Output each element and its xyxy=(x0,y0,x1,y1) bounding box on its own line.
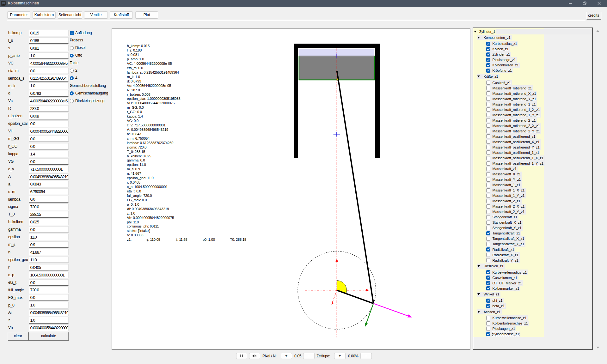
svg-text:T_0: 288.15: T_0: 288.15 xyxy=(127,150,145,154)
svg-text:sigma: 720.0: sigma: 720.0 xyxy=(127,145,147,149)
svg-text:z1:: z1: xyxy=(127,238,132,241)
svg-text:VG: 0.0: VG: 0.0 xyxy=(127,119,139,123)
svg-text:VC: 4.000564482200008e-05: VC: 4.000564482200008e-05 xyxy=(127,62,172,65)
svg-text:full_angle: 720.0: full_angle: 720.0 xyxy=(127,194,152,197)
svg-text:continous_phi: 60111: continous_phi: 60111 xyxy=(127,224,159,228)
svg-text:T0: 288.15: T0: 288.15 xyxy=(230,238,247,241)
svg-text:p_amb: 1.0: p_amb: 1.0 xyxy=(127,57,144,61)
svg-text:lambda_s: 0.21542553191489364: lambda_s: 0.21542553191489364 xyxy=(127,70,179,74)
svg-text:epsilon_geo: 11.0: epsilon_geo: 11.0 xyxy=(127,176,154,180)
svg-text:epsilon_star: 1.00000003051950: epsilon_star: 1.0000000305195038 xyxy=(127,97,181,100)
svg-text:r: 0.0405: r: 0.0405 xyxy=(127,180,140,184)
svg-text:m_GG: 0.0: m_GG: 0.0 xyxy=(127,106,144,109)
svg-text:eta_m: 0.0: eta_m: 0.0 xyxy=(127,66,143,70)
svg-text:V: 0.00033: V: 0.00033 xyxy=(127,233,144,237)
svg-text:p0: 1.00: p0: 1.00 xyxy=(203,238,215,241)
svg-text:p_0: 1.0: p_0: 1.0 xyxy=(127,203,139,206)
svg-text:gamma: 0.0: gamma: 0.0 xyxy=(127,158,145,162)
svg-text:c_v: 717.5000000000001: c_v: 717.5000000000001 xyxy=(127,123,166,127)
svg-text:FG_max: 0.0: FG_max: 0.0 xyxy=(127,198,147,202)
svg-text:epsilon: 11.0: epsilon: 11.0 xyxy=(127,163,146,167)
svg-text:h_komp: 0.015: h_komp: 0.015 xyxy=(127,44,150,48)
svg-text:Ai: 0.004938968496543219: Ai: 0.004938968496543219 xyxy=(127,207,169,211)
svg-text:φ: 110.05: φ: 110.05 xyxy=(147,238,160,241)
svg-text:β: 11.68: β: 11.68 xyxy=(176,238,187,241)
svg-text:s: 0.081: s: 0.081 xyxy=(127,53,139,57)
svg-text:r_bolzen: 0.008: r_bolzen: 0.008 xyxy=(127,93,150,96)
svg-text:Vc: 4.000564482200008e-05: Vc: 4.000564482200008e-05 xyxy=(127,84,171,88)
svg-text:c_p: 1004.5000000000001: c_p: 1004.5000000000001 xyxy=(127,185,168,189)
svg-text:lambda: 0.6126388702374259: lambda: 0.6126388702374259 xyxy=(127,141,174,145)
svg-text:stroke: ['intake']: stroke: ['intake'] xyxy=(127,229,150,233)
svg-text:kappa: 1.4: kappa: 1.4 xyxy=(127,114,143,118)
svg-text:r_GG: 0.0: r_GG: 0.0 xyxy=(127,110,142,114)
svg-text:z: 1.0: z: 1.0 xyxy=(127,211,135,215)
svg-text:c_m: 6.750054: c_m: 6.750054 xyxy=(127,136,150,140)
svg-text:n: 41.667: n: 41.667 xyxy=(127,172,141,175)
svg-text:d: 0.0793: d: 0.0793 xyxy=(127,79,141,83)
svg-text:l_s: 0.188: l_s: 0.188 xyxy=(127,48,142,52)
svg-text:VH: 0.00040005644822000075: VH: 0.00040005644822000075 xyxy=(127,101,175,105)
svg-text:h_kolben: 0.025: h_kolben: 0.025 xyxy=(127,154,151,158)
svg-text:eta_t: 0.0: eta_t: 0.0 xyxy=(127,189,141,193)
svg-text:m_k: 1.0: m_k: 1.0 xyxy=(127,75,140,79)
svg-text:m_s: 0.9: m_s: 0.9 xyxy=(127,167,140,171)
svg-text:Vh: 0.00040005644822000075: Vh: 0.00040005644822000075 xyxy=(127,216,174,220)
svg-text:a: 0.0843: a: 0.0843 xyxy=(127,132,141,136)
svg-text:A: 0.004938968496543219: A: 0.004938968496543219 xyxy=(127,128,169,131)
svg-text:R: 287.0: R: 287.0 xyxy=(127,88,140,92)
svg-text:phi: 110: phi: 110 xyxy=(127,220,139,224)
